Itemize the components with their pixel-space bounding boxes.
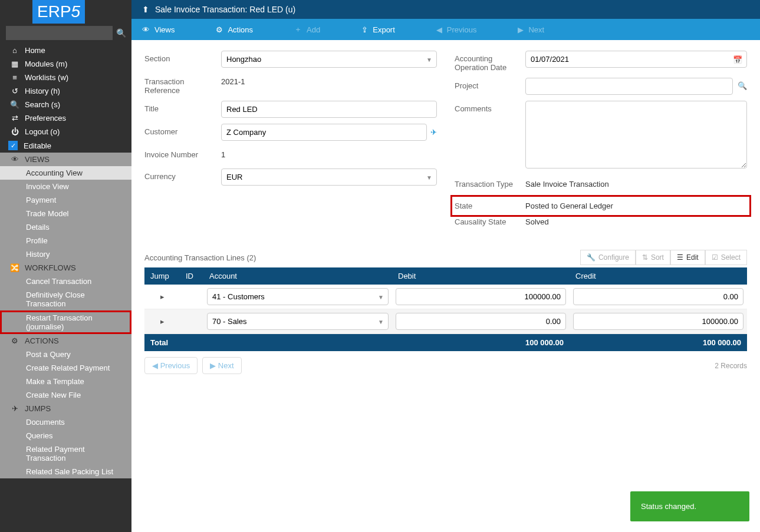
workflow-restart[interactable]: Restart Transaction (journalise) <box>0 310 131 334</box>
edit-button[interactable]: ☰Edit <box>670 250 705 265</box>
nav-search[interactable]: 🔍Search (s) <box>0 98 131 111</box>
jump-row-icon[interactable]: ▸ <box>160 317 164 326</box>
view-profile[interactable]: Profile <box>0 234 131 247</box>
prev-icon: ◀ <box>436 25 442 34</box>
credit-input[interactable] <box>573 313 743 330</box>
date-label: Accounting Operation Date <box>455 51 525 72</box>
workflows-section-header: 🔀WORKFLOWS <box>0 261 131 275</box>
col-jump: Jump <box>144 267 180 285</box>
list-icon: ☰ <box>677 253 683 262</box>
view-details[interactable]: Details <box>0 220 131 234</box>
customer-label: Customer <box>144 124 221 136</box>
search-icon[interactable]: 🔍 <box>113 28 130 38</box>
logout-icon: ⏻ <box>8 127 21 136</box>
ref-label: Transaction Reference <box>144 74 221 95</box>
editable-checkbox[interactable]: ✓ <box>8 141 18 150</box>
record-count: 2 Records <box>715 362 747 370</box>
main: ⬆ Sale Invoice Transaction: Red LED (u) … <box>131 0 760 532</box>
nav-modules[interactable]: ▦Modules (m) <box>0 57 131 71</box>
nav-history[interactable]: ↺History (h) <box>0 84 131 98</box>
toolbar-actions[interactable]: ⚙Actions <box>216 25 253 34</box>
sidebar-search-input[interactable] <box>6 26 113 40</box>
currency-label: Currency <box>144 168 221 181</box>
configure-button[interactable]: 🔧Configure <box>580 250 636 265</box>
preferences-icon: ⇄ <box>8 114 21 123</box>
section-select[interactable] <box>221 51 437 68</box>
lines-title: Accounting Transaction Lines (2) <box>144 253 580 262</box>
debit-input[interactable] <box>396 313 566 330</box>
toolbar-add[interactable]: ＋Add <box>294 24 320 35</box>
select-button[interactable]: ☑Select <box>705 250 747 265</box>
jump-row-icon[interactable]: ▸ <box>160 292 164 301</box>
comments-textarea[interactable] <box>525 101 747 168</box>
lines-table: Jump ID Account Debit Credit ▸ ▼ ▸ <box>144 267 747 351</box>
customer-input[interactable] <box>221 124 427 141</box>
date-input[interactable] <box>525 51 747 68</box>
ref-value: 2021-1 <box>221 74 437 90</box>
search-nav-icon: 🔍 <box>8 100 21 109</box>
caret-down-icon: ▼ <box>378 293 384 300</box>
nav-preferences[interactable]: ⇄Preferences <box>0 111 131 125</box>
nav-editable[interactable]: ✓Editable <box>0 138 131 153</box>
prev-icon: ◀ <box>152 361 160 370</box>
page-header: ⬆ Sale Invoice Transaction: Red LED (u) <box>131 0 760 19</box>
action-create-file[interactable]: Create New File <box>0 388 131 402</box>
title-input[interactable] <box>221 101 437 118</box>
view-trade-model[interactable]: Trade Model <box>0 207 131 220</box>
cogs-icon: ⚙ <box>216 25 223 34</box>
toolbar-next[interactable]: ▶Next <box>518 25 544 34</box>
col-account: Account <box>203 267 392 285</box>
total-credit: 100 000.00 <box>570 334 747 352</box>
view-invoice[interactable]: Invoice View <box>0 180 131 193</box>
credit-input[interactable] <box>573 288 743 305</box>
sort-button[interactable]: ⇅Sort <box>636 250 670 265</box>
project-input[interactable] <box>525 78 733 95</box>
action-make-template[interactable]: Make a Template <box>0 375 131 388</box>
up-arrow-icon[interactable]: ⬆ <box>142 5 149 14</box>
toolbar-views[interactable]: 👁Views <box>142 25 175 34</box>
plane-jump-icon[interactable]: ✈ <box>430 128 437 137</box>
invoice-label: Invoice Number <box>144 147 221 159</box>
toolbar-previous[interactable]: ◀Previous <box>436 25 477 34</box>
logo: ERP5 <box>32 0 85 24</box>
title-label: Title <box>144 101 221 113</box>
action-post-query[interactable]: Post a Query <box>0 348 131 361</box>
total-label: Total <box>144 334 392 352</box>
account-select[interactable] <box>207 288 389 305</box>
view-payment[interactable]: Payment <box>0 193 131 207</box>
jump-documents[interactable]: Documents <box>0 415 131 429</box>
plus-icon: ＋ <box>294 24 302 35</box>
currency-select[interactable] <box>221 168 437 186</box>
workflow-close[interactable]: Definitively Close Transaction <box>0 288 131 310</box>
toolbar-export[interactable]: ⇪Export <box>361 25 395 34</box>
page-title: Sale Invoice Transaction: Red LED (u) <box>155 5 295 14</box>
jump-queries[interactable]: Queries <box>0 429 131 442</box>
jump-related-payment[interactable]: Related Payment Transaction <box>0 442 131 465</box>
col-debit: Debit <box>392 267 570 285</box>
nav-home[interactable]: ⌂Home <box>0 44 131 57</box>
view-accounting[interactable]: Accounting View <box>0 166 131 180</box>
pager-prev[interactable]: ◀ Previous <box>144 357 198 374</box>
nav-logout[interactable]: ⏻Logout (o) <box>0 125 131 138</box>
modules-icon: ▦ <box>8 60 21 68</box>
next-icon: ▶ <box>518 25 524 34</box>
workflow-cancel[interactable]: Cancel Transaction <box>0 275 131 288</box>
project-search-icon[interactable]: 🔍 <box>733 78 747 95</box>
calendar-icon[interactable]: 📅 <box>733 55 742 64</box>
check-icon: ☑ <box>712 253 718 262</box>
account-select[interactable] <box>207 313 389 330</box>
causality-value: Solved <box>525 214 747 230</box>
eye-icon: 👁 <box>8 155 21 164</box>
jump-related-packing[interactable]: Related Sale Packing List <box>0 465 131 478</box>
sort-icon: ⇅ <box>642 253 648 262</box>
state-label: State <box>455 198 525 210</box>
shuffle-icon: 🔀 <box>8 263 21 272</box>
toolbar: 👁Views ⚙Actions ＋Add ⇪Export ◀Previous ▶… <box>131 19 760 40</box>
nav-worklists[interactable]: ≡Worklists (w) <box>0 71 131 84</box>
tx-type-label: Transaction Type <box>455 176 525 189</box>
debit-input[interactable] <box>396 288 566 305</box>
tx-type-value: Sale Invoice Transaction <box>525 176 747 192</box>
action-create-payment[interactable]: Create Related Payment <box>0 361 131 375</box>
view-history[interactable]: History <box>0 247 131 261</box>
pager-next[interactable]: ▶ Next <box>202 357 241 374</box>
